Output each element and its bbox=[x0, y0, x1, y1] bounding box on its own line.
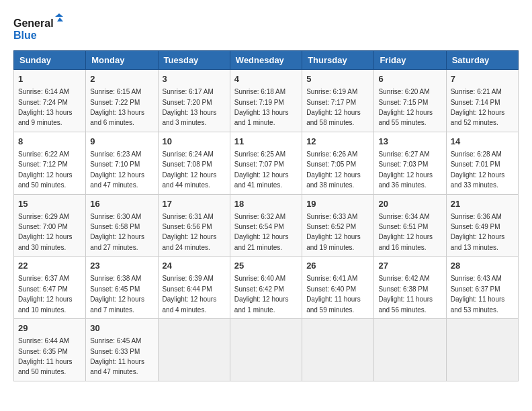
calendar-cell: 30 Sunrise: 6:45 AMSunset: 6:33 PMDaylig… bbox=[86, 319, 158, 381]
svg-text:Blue: Blue bbox=[13, 30, 37, 41]
day-header-monday: Monday bbox=[86, 51, 158, 70]
calendar-cell: 27 Sunrise: 6:42 AMSunset: 6:38 PMDaylig… bbox=[374, 257, 446, 319]
calendar-cell: 17 Sunrise: 6:31 AMSunset: 6:56 PMDaylig… bbox=[158, 194, 230, 257]
calendar-cell bbox=[302, 319, 374, 381]
day-info: Sunrise: 6:22 AMSunset: 7:12 PMDaylight:… bbox=[18, 150, 73, 189]
day-info: Sunrise: 6:45 AMSunset: 6:33 PMDaylight:… bbox=[90, 337, 144, 375]
day-number: 7 bbox=[451, 73, 514, 85]
day-info: Sunrise: 6:34 AMSunset: 6:51 PMDaylight:… bbox=[378, 213, 433, 251]
calendar-cell: 15 Sunrise: 6:29 AMSunset: 7:00 PMDaylig… bbox=[14, 194, 86, 257]
day-info: Sunrise: 6:24 AMSunset: 7:08 PMDaylight:… bbox=[163, 150, 217, 189]
page-header: General Blue bbox=[13, 13, 519, 44]
day-info: Sunrise: 6:29 AMSunset: 7:00 PMDaylight:… bbox=[18, 213, 73, 251]
day-number: 19 bbox=[306, 198, 369, 210]
day-number: 9 bbox=[90, 136, 153, 148]
calendar-cell: 5 Sunrise: 6:19 AMSunset: 7:17 PMDayligh… bbox=[302, 70, 374, 132]
calendar-cell: 12 Sunrise: 6:26 AMSunset: 7:05 PMDaylig… bbox=[302, 132, 374, 194]
day-info: Sunrise: 6:33 AMSunset: 6:52 PMDaylight:… bbox=[306, 213, 361, 251]
week-row-4: 22 Sunrise: 6:37 AMSunset: 6:47 PMDaylig… bbox=[14, 257, 519, 319]
svg-marker-3 bbox=[57, 17, 63, 21]
calendar-cell: 29 Sunrise: 6:44 AMSunset: 6:35 PMDaylig… bbox=[14, 319, 86, 381]
calendar-cell bbox=[374, 319, 446, 381]
calendar-cell: 16 Sunrise: 6:30 AMSunset: 6:58 PMDaylig… bbox=[86, 194, 158, 257]
calendar-cell: 21 Sunrise: 6:36 AMSunset: 6:49 PMDaylig… bbox=[446, 194, 518, 257]
header-row: SundayMondayTuesdayWednesdayThursdayFrid… bbox=[14, 51, 519, 70]
day-info: Sunrise: 6:30 AMSunset: 6:58 PMDaylight:… bbox=[90, 213, 144, 251]
day-number: 17 bbox=[163, 198, 226, 210]
day-number: 27 bbox=[378, 260, 441, 272]
day-info: Sunrise: 6:21 AMSunset: 7:14 PMDaylight:… bbox=[451, 88, 505, 126]
day-number: 8 bbox=[18, 136, 81, 148]
calendar-cell: 25 Sunrise: 6:40 AMSunset: 6:42 PMDaylig… bbox=[230, 257, 302, 319]
week-row-5: 29 Sunrise: 6:44 AMSunset: 6:35 PMDaylig… bbox=[14, 319, 519, 381]
calendar-cell: 14 Sunrise: 6:28 AMSunset: 7:01 PMDaylig… bbox=[446, 132, 518, 194]
day-number: 24 bbox=[163, 260, 226, 272]
svg-text:General: General bbox=[13, 17, 54, 29]
calendar-cell: 9 Sunrise: 6:23 AMSunset: 7:10 PMDayligh… bbox=[86, 132, 158, 194]
day-number: 20 bbox=[378, 198, 441, 210]
day-number: 5 bbox=[306, 73, 369, 85]
day-number: 3 bbox=[163, 73, 226, 85]
logo: General Blue bbox=[13, 13, 67, 44]
day-info: Sunrise: 6:41 AMSunset: 6:40 PMDaylight:… bbox=[306, 275, 361, 313]
calendar-cell: 26 Sunrise: 6:41 AMSunset: 6:40 PMDaylig… bbox=[302, 257, 374, 319]
calendar-cell: 22 Sunrise: 6:37 AMSunset: 6:47 PMDaylig… bbox=[14, 257, 86, 319]
day-number: 29 bbox=[18, 322, 81, 334]
calendar-cell: 19 Sunrise: 6:33 AMSunset: 6:52 PMDaylig… bbox=[302, 194, 374, 257]
day-info: Sunrise: 6:20 AMSunset: 7:15 PMDaylight:… bbox=[378, 88, 433, 126]
calendar-cell: 23 Sunrise: 6:38 AMSunset: 6:45 PMDaylig… bbox=[86, 257, 158, 319]
calendar-cell bbox=[446, 319, 518, 381]
day-number: 16 bbox=[90, 198, 153, 210]
calendar-cell: 8 Sunrise: 6:22 AMSunset: 7:12 PMDayligh… bbox=[14, 132, 86, 194]
day-header-wednesday: Wednesday bbox=[230, 51, 302, 70]
day-info: Sunrise: 6:43 AMSunset: 6:37 PMDaylight:… bbox=[451, 275, 505, 313]
day-number: 13 bbox=[378, 136, 441, 148]
day-number: 28 bbox=[451, 260, 514, 272]
day-number: 23 bbox=[90, 260, 153, 272]
week-row-1: 1 Sunrise: 6:14 AMSunset: 7:24 PMDayligh… bbox=[14, 70, 519, 132]
calendar-cell: 18 Sunrise: 6:32 AMSunset: 6:54 PMDaylig… bbox=[230, 194, 302, 257]
day-info: Sunrise: 6:39 AMSunset: 6:44 PMDaylight:… bbox=[163, 275, 217, 313]
day-header-friday: Friday bbox=[374, 51, 446, 70]
calendar-cell: 4 Sunrise: 6:18 AMSunset: 7:19 PMDayligh… bbox=[230, 70, 302, 132]
day-header-saturday: Saturday bbox=[446, 51, 518, 70]
calendar-cell bbox=[230, 319, 302, 381]
day-info: Sunrise: 6:14 AMSunset: 7:24 PMDaylight:… bbox=[18, 88, 73, 126]
day-info: Sunrise: 6:36 AMSunset: 6:49 PMDaylight:… bbox=[451, 213, 505, 251]
day-number: 25 bbox=[234, 260, 298, 272]
day-number: 11 bbox=[234, 136, 298, 148]
calendar-cell: 11 Sunrise: 6:25 AMSunset: 7:07 PMDaylig… bbox=[230, 132, 302, 194]
calendar-cell: 1 Sunrise: 6:14 AMSunset: 7:24 PMDayligh… bbox=[14, 70, 86, 132]
day-number: 2 bbox=[90, 73, 153, 85]
day-header-sunday: Sunday bbox=[14, 51, 86, 70]
day-number: 26 bbox=[306, 260, 369, 272]
week-row-3: 15 Sunrise: 6:29 AMSunset: 7:00 PMDaylig… bbox=[14, 194, 519, 257]
day-number: 14 bbox=[451, 136, 514, 148]
day-number: 10 bbox=[163, 136, 226, 148]
day-info: Sunrise: 6:28 AMSunset: 7:01 PMDaylight:… bbox=[451, 150, 505, 189]
week-row-2: 8 Sunrise: 6:22 AMSunset: 7:12 PMDayligh… bbox=[14, 132, 519, 194]
calendar-cell: 3 Sunrise: 6:17 AMSunset: 7:20 PMDayligh… bbox=[158, 70, 230, 132]
day-info: Sunrise: 6:40 AMSunset: 6:42 PMDaylight:… bbox=[234, 275, 289, 313]
day-info: Sunrise: 6:32 AMSunset: 6:54 PMDaylight:… bbox=[234, 213, 289, 251]
day-number: 4 bbox=[234, 73, 298, 85]
day-info: Sunrise: 6:38 AMSunset: 6:45 PMDaylight:… bbox=[90, 275, 144, 313]
calendar-cell: 6 Sunrise: 6:20 AMSunset: 7:15 PMDayligh… bbox=[374, 70, 446, 132]
day-info: Sunrise: 6:42 AMSunset: 6:38 PMDaylight:… bbox=[378, 275, 433, 313]
day-header-tuesday: Tuesday bbox=[158, 51, 230, 70]
day-info: Sunrise: 6:31 AMSunset: 6:56 PMDaylight:… bbox=[163, 213, 217, 251]
logo-icon: General Blue bbox=[13, 13, 67, 44]
day-number: 21 bbox=[451, 198, 514, 210]
day-info: Sunrise: 6:18 AMSunset: 7:19 PMDaylight:… bbox=[234, 88, 289, 126]
day-number: 15 bbox=[18, 198, 81, 210]
calendar-cell: 2 Sunrise: 6:15 AMSunset: 7:22 PMDayligh… bbox=[86, 70, 158, 132]
day-info: Sunrise: 6:25 AMSunset: 7:07 PMDaylight:… bbox=[234, 150, 289, 189]
day-info: Sunrise: 6:37 AMSunset: 6:47 PMDaylight:… bbox=[18, 275, 73, 313]
calendar-cell: 24 Sunrise: 6:39 AMSunset: 6:44 PMDaylig… bbox=[158, 257, 230, 319]
svg-marker-2 bbox=[55, 13, 63, 17]
day-number: 12 bbox=[306, 136, 369, 148]
day-header-thursday: Thursday bbox=[302, 51, 374, 70]
calendar-cell: 7 Sunrise: 6:21 AMSunset: 7:14 PMDayligh… bbox=[446, 70, 518, 132]
calendar-cell: 28 Sunrise: 6:43 AMSunset: 6:37 PMDaylig… bbox=[446, 257, 518, 319]
day-info: Sunrise: 6:26 AMSunset: 7:05 PMDaylight:… bbox=[306, 150, 361, 189]
